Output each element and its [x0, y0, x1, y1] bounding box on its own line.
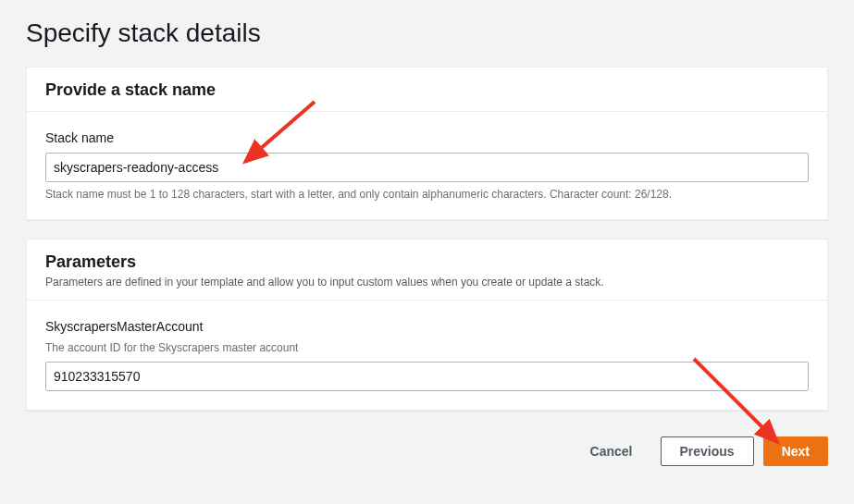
stack-name-hint: Stack name must be 1 to 128 characters, … — [45, 188, 809, 201]
cancel-button[interactable]: Cancel — [572, 436, 651, 466]
stack-name-panel-title: Provide a stack name — [45, 80, 809, 100]
param-input-master-account[interactable] — [45, 362, 809, 391]
stack-name-label: Stack name — [45, 130, 809, 145]
parameters-panel-subtitle: Parameters are defined in your template … — [45, 276, 809, 289]
param-label-master-account: SkyscrapersMasterAccount — [45, 319, 809, 334]
page-title: Specify stack details — [26, 18, 828, 48]
stack-name-panel-body: Stack name Stack name must be 1 to 128 c… — [27, 112, 827, 219]
stack-name-panel-header: Provide a stack name — [27, 68, 827, 112]
parameters-panel-title: Parameters — [45, 252, 809, 272]
next-button[interactable]: Next — [763, 436, 828, 466]
stack-name-input[interactable] — [45, 153, 809, 182]
parameters-panel-body: SkyscrapersMasterAccount The account ID … — [27, 301, 827, 410]
parameters-panel: Parameters Parameters are defined in you… — [26, 239, 828, 411]
parameters-panel-header: Parameters Parameters are defined in you… — [27, 240, 827, 301]
param-help-master-account: The account ID for the Skyscrapers maste… — [45, 341, 809, 354]
previous-button[interactable]: Previous — [661, 436, 754, 466]
footer-actions: Cancel Previous Next — [26, 429, 828, 473]
stack-name-panel: Provide a stack name Stack name Stack na… — [26, 67, 828, 220]
